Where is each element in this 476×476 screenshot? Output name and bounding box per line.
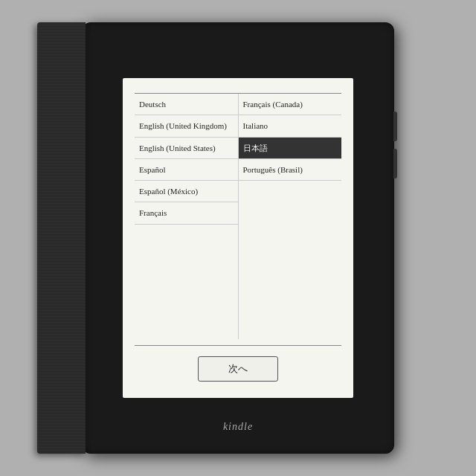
- lang-english-uk[interactable]: English (United Kingdom): [135, 115, 238, 137]
- bottom-divider: [135, 345, 341, 346]
- side-button-bottom[interactable]: [393, 149, 397, 178]
- lang-deutsch[interactable]: Deutsch: [135, 94, 238, 115]
- lang-portugues[interactable]: Português (Brasil): [239, 159, 342, 181]
- language-grid: Deutsch English (United Kingdom) English…: [135, 94, 341, 339]
- side-button-top[interactable]: [393, 112, 397, 141]
- screen: Deutsch English (United Kingdom) English…: [123, 78, 353, 398]
- lang-japanese[interactable]: 日本語: [239, 138, 342, 159]
- lang-espanol[interactable]: Español: [135, 159, 238, 181]
- language-column-right: Français (Canada) Italiano 日本語 Português…: [238, 94, 342, 339]
- screen-content: Deutsch English (United Kingdom) English…: [123, 78, 353, 398]
- lang-espanol-mexico[interactable]: Español (México): [135, 181, 238, 202]
- next-button-area: 次へ: [135, 352, 341, 390]
- lang-francais-canada[interactable]: Français (Canada): [239, 94, 342, 115]
- cover-texture: [37, 22, 86, 454]
- kindle-brand-label: kindle: [223, 421, 253, 433]
- device-cover: [37, 22, 86, 454]
- lang-francais[interactable]: Français: [135, 202, 238, 224]
- kindle-device: Deutsch English (United Kingdom) English…: [82, 22, 394, 454]
- lang-english-us[interactable]: English (United States): [135, 138, 238, 159]
- lang-italiano[interactable]: Italiano: [239, 115, 342, 137]
- language-column-left: Deutsch English (United Kingdom) English…: [135, 94, 238, 339]
- next-button[interactable]: 次へ: [198, 356, 278, 382]
